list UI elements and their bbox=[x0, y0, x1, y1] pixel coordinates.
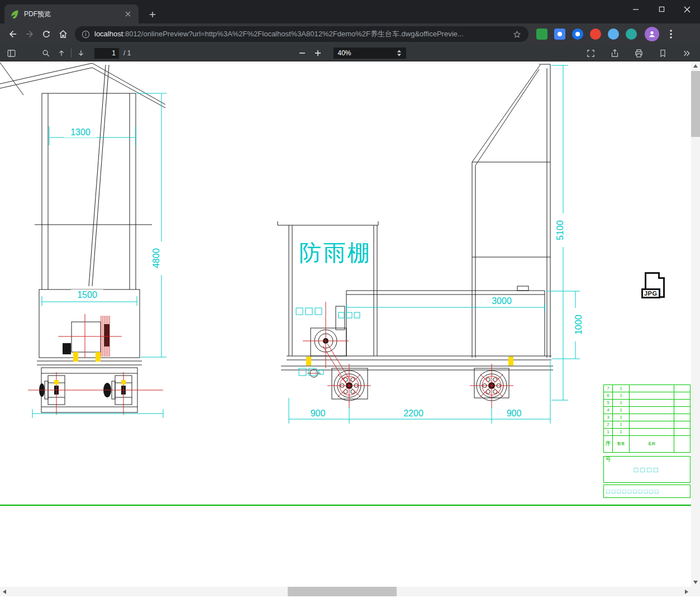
extension-icon-6[interactable] bbox=[626, 29, 637, 40]
forward-icon bbox=[25, 29, 35, 39]
browser-titlebar: PDF预览 bbox=[0, 0, 700, 23]
next-page-button[interactable] bbox=[73, 46, 89, 60]
reload-button[interactable] bbox=[38, 26, 55, 42]
label-backplates bbox=[64, 127, 584, 417]
minimize-button[interactable] bbox=[623, 0, 649, 18]
row-name bbox=[630, 421, 674, 428]
row-qty: 1 bbox=[613, 407, 630, 414]
previous-page-button[interactable] bbox=[54, 46, 69, 60]
arrow-down-icon bbox=[77, 49, 85, 58]
star-icon bbox=[512, 30, 522, 39]
scroll-right-button[interactable] bbox=[682, 587, 691, 596]
triangle-left-icon bbox=[3, 590, 6, 594]
more-tools-button[interactable] bbox=[679, 46, 694, 60]
row-note bbox=[674, 385, 690, 392]
extension-icon-5[interactable] bbox=[608, 29, 619, 40]
browser-menu-button[interactable] bbox=[664, 27, 678, 41]
pdf-toolbar: / 1 40% bbox=[0, 45, 700, 61]
dimension-labels: 1300 4800 1500 5100 3000 1000 900 2200 9… bbox=[70, 127, 583, 418]
plus-icon bbox=[314, 49, 322, 57]
table-row: 51 bbox=[604, 400, 690, 407]
pdf-toolbar-right bbox=[583, 46, 700, 60]
row-note bbox=[674, 392, 690, 399]
person-icon bbox=[647, 30, 656, 39]
extensions-area bbox=[536, 29, 637, 40]
bookmark-button[interactable] bbox=[655, 46, 670, 60]
extension-icon-4[interactable] bbox=[590, 29, 601, 40]
scroll-down-button[interactable] bbox=[691, 578, 700, 587]
row-no: 5 bbox=[604, 400, 613, 406]
row-note bbox=[674, 414, 690, 421]
row-name bbox=[630, 429, 674, 435]
url-host: localhost bbox=[94, 30, 123, 38]
fit-screen-button[interactable] bbox=[583, 46, 598, 60]
table-row: 71 bbox=[604, 385, 690, 392]
row-qty: 1 bbox=[613, 429, 630, 435]
tab-title: PDF预览 bbox=[24, 10, 123, 19]
row-no: 6 bbox=[604, 392, 613, 399]
url-text: localhost:8012/onlinePreview?url=http%3A… bbox=[94, 29, 464, 39]
address-bar[interactable]: localhost:8012/onlinePreview?url=http%3A… bbox=[75, 26, 528, 42]
drawing-name-box: □□□□ bbox=[603, 456, 691, 483]
extension-icon-2[interactable] bbox=[554, 29, 565, 40]
forward-button[interactable] bbox=[21, 26, 38, 42]
vertical-scrollbar[interactable] bbox=[691, 61, 700, 587]
minus-icon bbox=[298, 49, 306, 57]
row-no: 7 bbox=[604, 385, 613, 392]
home-button[interactable] bbox=[55, 26, 72, 42]
rain-shelter-label: 防雨棚 bbox=[299, 240, 372, 265]
tab-close-icon[interactable] bbox=[123, 9, 133, 19]
row-note bbox=[674, 407, 690, 414]
zoom-in-button[interactable] bbox=[310, 46, 326, 60]
extension-icon-1[interactable] bbox=[536, 29, 547, 40]
sidebar-toggle-button[interactable] bbox=[3, 46, 19, 60]
row-name bbox=[630, 392, 674, 399]
fullscreen-icon bbox=[586, 49, 596, 58]
yellow-markers bbox=[54, 352, 513, 384]
table-row: 61 bbox=[604, 392, 690, 400]
zoom-select[interactable]: 40% bbox=[334, 48, 406, 59]
row-no: 3 bbox=[604, 414, 613, 421]
horizontal-scroll-thumb[interactable] bbox=[288, 587, 397, 596]
table-row: 41 bbox=[604, 407, 690, 414]
scroll-up-button[interactable] bbox=[691, 61, 700, 70]
open-external-button[interactable] bbox=[607, 46, 622, 60]
scrollbar-corner bbox=[691, 587, 700, 596]
browser-tab[interactable]: PDF预览 bbox=[4, 4, 139, 23]
bookmark-icon bbox=[658, 49, 668, 58]
back-icon bbox=[8, 29, 18, 39]
new-tab-button[interactable] bbox=[145, 7, 160, 22]
row-note bbox=[674, 429, 690, 435]
home-icon bbox=[58, 29, 68, 39]
back-button[interactable] bbox=[4, 26, 21, 42]
url-path: :8012/onlinePreview?url=http%3A%2F%2Floc… bbox=[123, 30, 463, 38]
print-icon bbox=[634, 49, 644, 58]
vertical-scroll-thumb[interactable] bbox=[691, 71, 700, 137]
dim-front-height: 4800 bbox=[151, 248, 161, 268]
kebab-menu-icon bbox=[670, 30, 672, 39]
close-window-button[interactable] bbox=[674, 0, 700, 18]
jpg-label: JPG bbox=[641, 288, 660, 298]
horizontal-scrollbar[interactable] bbox=[0, 587, 691, 596]
profile-avatar[interactable] bbox=[645, 27, 659, 41]
toolbar-divider bbox=[71, 49, 72, 58]
scroll-left-button[interactable] bbox=[0, 587, 9, 596]
pdf-toolbar-left: / 1 bbox=[0, 46, 131, 60]
title-block: 71 61 51 41 31 21 11 序号数量名称 □□□□ □□□□□□□… bbox=[603, 384, 691, 498]
row-name bbox=[630, 407, 674, 414]
zoom-out-button[interactable] bbox=[294, 46, 310, 60]
cad-drawing: 1300 4800 1500 5100 3000 1000 900 2200 9… bbox=[0, 61, 691, 587]
dim-axle-right: 900 bbox=[507, 409, 522, 418]
maximize-button[interactable] bbox=[649, 0, 674, 18]
dim-side-body-width: 3000 bbox=[492, 296, 512, 306]
extension-icon-3[interactable] bbox=[572, 29, 583, 40]
page-number-input[interactable] bbox=[94, 48, 119, 59]
row-qty: 1 bbox=[613, 414, 630, 421]
row-qty: 1 bbox=[613, 392, 630, 399]
row-no: 1 bbox=[604, 429, 613, 435]
close-icon bbox=[684, 6, 691, 13]
bookmark-star-icon[interactable] bbox=[512, 30, 522, 39]
site-info-icon[interactable] bbox=[82, 30, 90, 39]
print-button[interactable] bbox=[631, 46, 646, 60]
search-button[interactable] bbox=[38, 46, 54, 60]
